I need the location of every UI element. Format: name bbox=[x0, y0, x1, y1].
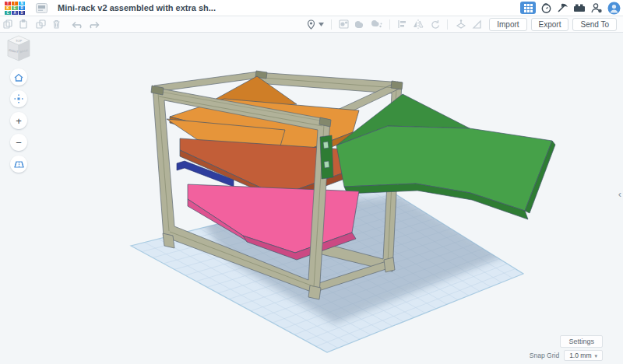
show-all-icon[interactable] bbox=[339, 19, 349, 29]
post-foot bbox=[163, 233, 174, 248]
dropdown-caret-icon: ▾ bbox=[594, 353, 597, 359]
post-foot bbox=[308, 285, 321, 299]
sim-lab-icon[interactable] bbox=[540, 2, 552, 14]
zoom-in-button[interactable]: + bbox=[10, 112, 27, 129]
app-header: TIN KER CAD Mini-rack v2 assembled with … bbox=[0, 0, 623, 16]
bricks-icon[interactable] bbox=[573, 3, 586, 12]
snap-grid-control: Snap Grid 1.0 mm▾ bbox=[530, 350, 603, 361]
svg-text:N: N bbox=[20, 2, 23, 5]
svg-text:T: T bbox=[7, 2, 9, 5]
ungroup-icon[interactable] bbox=[371, 19, 382, 29]
home-view-button[interactable] bbox=[10, 68, 27, 86]
rotate-icon[interactable] bbox=[430, 19, 440, 29]
delete-icon[interactable] bbox=[52, 19, 61, 29]
duplicate-icon[interactable] bbox=[36, 19, 46, 29]
import-button[interactable]: Import bbox=[489, 18, 526, 31]
zoom-out-button[interactable]: − bbox=[10, 134, 27, 151]
undo-icon[interactable] bbox=[72, 20, 83, 29]
export-button[interactable]: Export bbox=[531, 18, 569, 31]
redo-icon[interactable] bbox=[89, 20, 100, 29]
group-icon[interactable] bbox=[355, 20, 365, 29]
snap-grid-label: Snap Grid bbox=[530, 352, 559, 359]
workplane-icon[interactable] bbox=[455, 19, 466, 29]
tinkercad-logo[interactable]: TIN KER CAD bbox=[5, 2, 25, 15]
design-title[interactable]: Mini-rack v2 assembled with extra sh... bbox=[58, 3, 216, 12]
design-thumbnail-icon[interactable] bbox=[36, 3, 48, 13]
minecraft-pickaxe-icon[interactable] bbox=[557, 2, 568, 14]
view-cube[interactable]: TOP RIGHT BACK bbox=[5, 34, 32, 64]
svg-text:E: E bbox=[13, 6, 16, 10]
plate-hole bbox=[324, 161, 329, 168]
fit-view-button[interactable] bbox=[10, 90, 27, 107]
blocks-grid-icon[interactable] bbox=[520, 2, 536, 14]
settings-button[interactable]: Settings bbox=[560, 335, 603, 348]
note-pin-icon[interactable] bbox=[307, 19, 315, 30]
collaborate-icon[interactable] bbox=[590, 2, 603, 13]
3d-viewport[interactable] bbox=[0, 0, 623, 364]
svg-text:I: I bbox=[14, 2, 15, 5]
panel-collapse-handle[interactable]: ‹ bbox=[618, 188, 621, 200]
paste-icon[interactable] bbox=[19, 19, 28, 29]
copy-icon[interactable] bbox=[3, 19, 12, 29]
send-to-button[interactable]: Send To bbox=[572, 18, 617, 31]
snap-grid-dropdown[interactable]: 1.0 mm▾ bbox=[564, 350, 603, 361]
ruler-icon[interactable] bbox=[472, 19, 482, 29]
note-pin-caret-icon[interactable] bbox=[319, 23, 324, 26]
post-cap bbox=[391, 81, 403, 89]
flip-icon[interactable] bbox=[413, 19, 424, 29]
align-icon[interactable] bbox=[397, 19, 407, 29]
view-controls: TOP RIGHT BACK + − bbox=[5, 34, 33, 177]
viewcube-top-label: TOP bbox=[16, 39, 22, 43]
perspective-toggle-button[interactable] bbox=[10, 156, 27, 173]
plate-hole bbox=[323, 142, 329, 149]
post-foot bbox=[384, 257, 395, 272]
user-avatar[interactable] bbox=[607, 2, 621, 15]
green-mounting-plate[interactable] bbox=[320, 135, 333, 179]
edit-toolbar: Import Export Send To bbox=[0, 16, 623, 33]
